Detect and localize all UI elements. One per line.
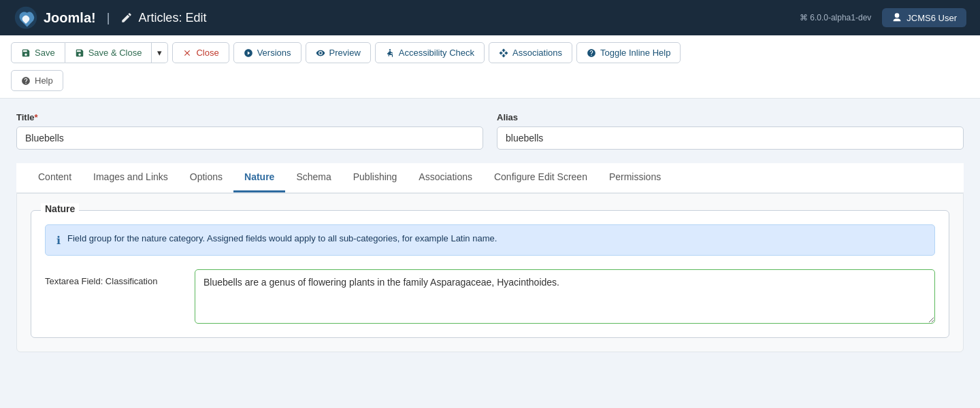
tabs-list: ContentImages and LinksOptionsNatureSche… [16, 163, 964, 192]
info-banner: ℹ Field group for the nature category. A… [45, 224, 935, 256]
save-icon [21, 48, 31, 58]
tab-permissions[interactable]: Permissions [598, 163, 672, 192]
tab-associations[interactable]: Associations [408, 163, 483, 192]
toolbar: Save Save & Close ▾ Close Versions Previ… [0, 35, 980, 99]
associations-button[interactable]: Associations [489, 42, 572, 63]
edit-icon [120, 12, 133, 24]
versions-button[interactable]: Versions [233, 42, 301, 63]
tab-publishing[interactable]: Publishing [342, 163, 408, 192]
tab-images-links[interactable]: Images and Links [82, 163, 179, 192]
info-text: Field group for the nature category. Ass… [67, 233, 497, 243]
toggle-inline-help-button[interactable]: Toggle Inline Help [576, 42, 681, 63]
title-group: Title* [16, 112, 483, 150]
tab-content[interactable]: Content [27, 163, 82, 192]
header-left: Joomla! | Articles: Edit [14, 5, 206, 30]
versions-icon [244, 48, 253, 58]
tab-nature[interactable]: Nature [233, 163, 285, 192]
associations-icon [499, 48, 508, 58]
main-content: Title* Alias ContentImages and LinksOpti… [0, 99, 980, 408]
user-icon [892, 12, 902, 23]
alias-label: Alias [497, 112, 964, 122]
save-group: Save Save & Close ▾ [11, 42, 168, 63]
page-title: Articles: Edit [120, 11, 206, 25]
preview-button[interactable]: Preview [306, 42, 371, 63]
save-close-button[interactable]: Save & Close [65, 42, 152, 63]
svg-point-1 [389, 49, 391, 50]
joomla-logo: Joomla! [14, 5, 96, 30]
alias-group: Alias [497, 112, 964, 150]
title-input[interactable] [16, 126, 483, 150]
tab-configure[interactable]: Configure Edit Screen [483, 163, 598, 192]
form-row-title-alias: Title* Alias [16, 112, 964, 150]
close-button[interactable]: Close [172, 42, 229, 63]
preview-icon [316, 48, 325, 58]
title-label: Title* [16, 112, 483, 122]
nature-fieldset: Nature ℹ Field group for the nature cate… [31, 210, 949, 338]
user-button[interactable]: JCMS6 User [882, 8, 966, 27]
tabs-container: ContentImages and LinksOptionsNatureSche… [16, 163, 964, 193]
help-icon [21, 76, 31, 86]
help-button[interactable]: Help [11, 70, 63, 91]
user-label: JCMS6 User [906, 13, 957, 23]
accessibility-button[interactable]: Accessibility Check [375, 42, 485, 63]
save-close-icon [75, 48, 84, 58]
accessibility-icon [385, 48, 395, 58]
header: Joomla! | Articles: Edit ⌘ 6.0.0-alpha1-… [0, 0, 980, 35]
nature-inner: ℹ Field group for the nature category. A… [31, 211, 949, 337]
classification-textarea[interactable] [195, 269, 935, 324]
separator: | [107, 11, 110, 25]
alias-input[interactable] [497, 126, 964, 150]
logo-text: Joomla! [44, 10, 96, 26]
nature-panel: Nature ℹ Field group for the nature cate… [16, 193, 964, 352]
close-icon [182, 48, 192, 58]
tab-schema[interactable]: Schema [285, 163, 342, 192]
tab-options[interactable]: Options [179, 163, 233, 192]
save-button[interactable]: Save [11, 42, 65, 63]
info-icon: ℹ [56, 234, 61, 247]
toolbar-row2: Help [11, 70, 969, 91]
classification-label: Textarea Field: Classification [45, 269, 181, 286]
required-star: * [35, 112, 38, 122]
classification-row: Textarea Field: Classification [45, 269, 935, 324]
save-dropdown-button[interactable]: ▾ [152, 42, 168, 63]
help-circle-icon [587, 48, 596, 58]
header-right: ⌘ 6.0.0-alpha1-dev JCMS6 User [800, 8, 966, 27]
version-text: ⌘ 6.0.0-alpha1-dev [800, 13, 871, 22]
nature-legend: Nature [41, 203, 79, 214]
